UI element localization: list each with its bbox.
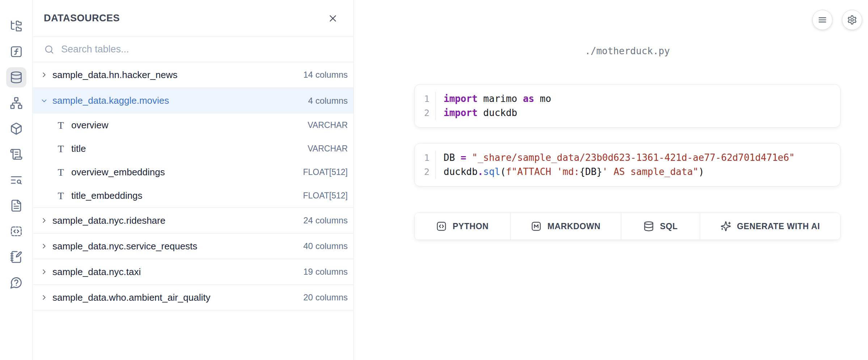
notebook-area: ./motherduck.py 12import marimo as moimp… xyxy=(354,0,868,360)
text-type-icon: T xyxy=(56,120,65,131)
table-column-count: 19 columns xyxy=(303,267,348,277)
table-name: sample_data.nyc.rideshare xyxy=(52,215,165,226)
column-type: FLOAT[512] xyxy=(303,191,348,201)
table-name: sample_data.nyc.taxi xyxy=(52,266,141,278)
column-name: overview xyxy=(71,120,109,131)
table-row[interactable]: sample_data.nyc.taxi19 columns xyxy=(33,259,353,285)
chevron-right-icon xyxy=(40,293,48,301)
line-numbers: 12 xyxy=(415,151,436,179)
sidebar-variables-button[interactable] xyxy=(6,42,26,62)
text-type-icon: T xyxy=(56,143,65,155)
scratchpad-icon xyxy=(10,250,23,263)
column-type: VARCHAR xyxy=(308,144,348,154)
activity-bar xyxy=(0,0,33,360)
sidebar-packages-button[interactable] xyxy=(6,119,26,139)
add-cell-button-label: PYTHON xyxy=(453,222,488,231)
text-type-icon: T xyxy=(56,190,65,202)
dependency-graph-icon xyxy=(10,97,23,110)
sidebar-chat-help-button[interactable] xyxy=(6,273,26,293)
file-tree-icon xyxy=(10,20,23,33)
tables-list: sample_data.hn.hacker_news14 columnssamp… xyxy=(33,62,353,310)
code-line: import duckdb xyxy=(444,106,551,120)
table-row[interactable]: sample_data.nyc.service_requests40 colum… xyxy=(33,233,353,259)
sidebar-scratchpad-button[interactable] xyxy=(6,247,26,267)
notebook-filename: ./motherduck.py xyxy=(414,46,841,56)
search-icon xyxy=(44,44,55,55)
code-line: import marimo as mo xyxy=(444,92,551,106)
table-columns: ToverviewVARCHARTtitleVARCHARToverview_e… xyxy=(33,113,353,208)
add-cell-markdown-button[interactable]: MARKDOWN xyxy=(511,213,621,240)
close-icon xyxy=(327,13,338,24)
column-type: VARCHAR xyxy=(308,120,348,130)
code-cell[interactable]: 12import marimo as moimport duckdb xyxy=(414,84,841,128)
sidebar-datasources-button[interactable] xyxy=(6,67,26,87)
table-row[interactable]: sample_data.nyc.rideshare24 columns xyxy=(33,208,353,233)
chevron-right-icon xyxy=(40,242,48,250)
datasources-icon xyxy=(10,71,23,84)
column-type: FLOAT[512] xyxy=(303,167,348,177)
chevron-right-icon xyxy=(40,217,48,224)
column-row[interactable]: Toverview_embeddingsFLOAT[512] xyxy=(33,160,353,184)
snippets-icon xyxy=(10,225,23,238)
top-actions xyxy=(812,10,862,30)
column-name: title_embeddings xyxy=(71,190,143,201)
code-cell[interactable]: 12DB = "_share/sample_data/23b0d623-1361… xyxy=(414,143,841,187)
packages-icon xyxy=(10,122,23,135)
table-row[interactable]: sample_data.hn.hacker_news14 columns xyxy=(33,62,353,88)
add-cell-generate-with-ai-button[interactable]: GENERATE WITH AI xyxy=(700,213,840,240)
table-column-count: 20 columns xyxy=(303,292,348,303)
table-name: sample_data.who.ambient_air_quality xyxy=(52,292,211,303)
database-icon xyxy=(643,221,654,232)
table-row[interactable]: sample_data.who.ambient_air_quality20 co… xyxy=(33,285,353,310)
column-name: overview_embeddings xyxy=(71,167,165,178)
chevron-right-icon xyxy=(40,268,48,276)
table-column-count: 40 columns xyxy=(303,241,348,251)
code-square-icon xyxy=(436,221,447,232)
panel-header: DATASOURCES xyxy=(33,0,353,37)
chevron-down-icon xyxy=(40,97,48,105)
variables-icon xyxy=(10,45,23,58)
sparkles-icon xyxy=(720,221,731,232)
panel-title: DATASOURCES xyxy=(44,13,120,24)
chevron-right-icon xyxy=(40,71,48,79)
table-row[interactable]: sample_data.kaggle.movies4 columns xyxy=(33,88,353,113)
markdown-icon xyxy=(531,221,542,232)
code-line: duckdb.sql(f"ATTACH 'md:{DB}' AS sample_… xyxy=(444,165,795,179)
table-column-count: 24 columns xyxy=(303,215,348,226)
datasources-panel: DATASOURCES sample_data.hn.hacker_news14… xyxy=(33,0,354,360)
add-cell-python-button[interactable]: PYTHON xyxy=(415,213,511,240)
table-column-count: 14 columns xyxy=(303,70,348,80)
search-icon xyxy=(44,44,55,55)
column-row[interactable]: ToverviewVARCHAR xyxy=(33,113,353,137)
sidebar-documentation-button[interactable] xyxy=(6,196,26,216)
cells: 12import marimo as moimport duckdb12DB =… xyxy=(414,84,841,187)
table-name: sample_data.nyc.service_requests xyxy=(52,241,197,252)
gear-button[interactable] xyxy=(842,10,862,30)
menu-button[interactable] xyxy=(812,10,833,30)
add-cell-button-label: GENERATE WITH AI xyxy=(737,222,820,231)
search-input[interactable] xyxy=(61,44,346,55)
log-search-icon xyxy=(10,173,23,187)
menu-icon xyxy=(817,15,827,25)
column-row[interactable]: TtitleVARCHAR xyxy=(33,137,353,160)
table-column-count: 4 columns xyxy=(308,96,348,106)
sidebar-snippets-button[interactable] xyxy=(6,221,26,241)
column-row[interactable]: Ttitle_embeddingsFLOAT[512] xyxy=(33,184,353,207)
logs-icon xyxy=(10,148,23,161)
add-cell-button-label: SQL xyxy=(660,222,678,231)
code-line: DB = "_share/sample_data/23b0d623-1361-4… xyxy=(444,151,795,165)
sidebar-dependency-graph-button[interactable] xyxy=(6,93,26,113)
line-numbers: 12 xyxy=(415,92,436,120)
table-name: sample_data.hn.hacker_news xyxy=(52,69,177,81)
notebook-content: ./motherduck.py 12import marimo as moimp… xyxy=(414,46,841,240)
add-cell-sql-button[interactable]: SQL xyxy=(621,213,700,240)
search-row xyxy=(33,37,353,62)
sidebar-logs-button[interactable] xyxy=(6,144,26,164)
documentation-icon xyxy=(10,199,23,212)
sidebar-log-search-button[interactable] xyxy=(6,170,26,190)
sidebar-file-tree-button[interactable] xyxy=(6,16,26,36)
table-name: sample_data.kaggle.movies xyxy=(52,95,169,106)
text-type-icon: T xyxy=(56,167,65,178)
add-cell-button-label: MARKDOWN xyxy=(547,222,601,231)
close-panel-button[interactable] xyxy=(325,11,340,26)
